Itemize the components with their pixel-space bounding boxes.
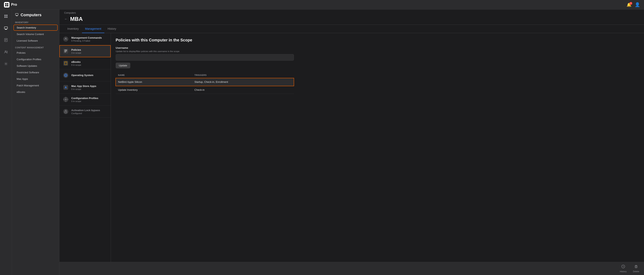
- management-commands-text: Management Commands 0 Pending, 0 Failed: [71, 36, 108, 42]
- configuration-profiles-sub: 0 in scope: [71, 100, 108, 102]
- list-item-management-commands[interactable]: Management Commands 0 Pending, 0 Failed: [60, 33, 111, 45]
- tab-history[interactable]: History: [104, 25, 120, 33]
- list-item-activation-lock-bypass[interactable]: Activation Lock bypass Configured: [60, 106, 111, 118]
- svg-rect-0: [5, 3, 6, 5]
- page-title: MBA: [70, 16, 83, 22]
- activation-lock-icon: [62, 108, 69, 115]
- sidebar-item-computers[interactable]: [2, 25, 10, 32]
- mac-app-store-icon: A: [62, 84, 69, 91]
- svg-point-16: [5, 63, 6, 64]
- main-layout: Computers Inventory Search Inventory Sea…: [0, 10, 644, 275]
- configuration-profiles-text: Configuration Profiles 0 in scope: [71, 97, 108, 102]
- svg-text:A: A: [65, 86, 67, 89]
- tabs-bar: Inventory Management History: [60, 25, 644, 33]
- sidebar-item-search-volume-content[interactable]: Search Volume Content: [14, 31, 58, 37]
- sidebar-item-ebooks[interactable]: eBooks: [14, 89, 58, 95]
- column-name: NAME: [116, 72, 192, 78]
- section-label-inventory: Inventory: [12, 19, 59, 24]
- activation-lock-name: Activation Lock bypass: [71, 109, 108, 112]
- svg-rect-8: [4, 27, 8, 29]
- secondary-sidebar: Computers Inventory Search Inventory Sea…: [12, 10, 60, 275]
- sidebar-item-search-inventory[interactable]: Search Inventory: [14, 25, 58, 31]
- management-commands-icon: [62, 36, 69, 42]
- delete-action[interactable]: Delete: [633, 264, 639, 272]
- table-row[interactable]: Update Inventory Check-in: [116, 86, 294, 94]
- history-label: History: [620, 270, 626, 272]
- sidebar-item-licensed-software[interactable]: Licensed Software: [14, 38, 58, 44]
- policies-name: Policies: [71, 48, 108, 51]
- configuration-profiles-name: Configuration Profiles: [71, 97, 108, 100]
- page-header: ← MBA: [60, 15, 644, 25]
- sidebar-item-mac-apps[interactable]: Mac Apps: [14, 76, 58, 82]
- policies-text: Policies 3 in scope: [71, 48, 108, 54]
- svg-rect-23: [64, 50, 67, 50]
- activation-lock-text: Activation Lock bypass Configured: [71, 109, 108, 115]
- management-commands-sub: 0 Pending, 0 Failed: [71, 40, 108, 42]
- list-item-policies[interactable]: Policies 3 in scope: [60, 45, 111, 57]
- secondary-sidebar-title: Computers: [20, 13, 42, 17]
- ebooks-icon: [62, 60, 69, 66]
- row-name-1: NetBird Apple Silicon: [116, 78, 192, 86]
- sidebar-item-reports[interactable]: [2, 37, 10, 44]
- sidebar-item-patch-management[interactable]: Patch Management: [14, 82, 58, 89]
- svg-rect-1: [7, 3, 8, 5]
- delete-icon: [634, 264, 638, 269]
- policies-table: NAME TRIGGERS NetBird Apple Silicon Star…: [116, 72, 294, 94]
- list-panel: Management Commands 0 Pending, 0 Failed: [60, 33, 111, 262]
- username-section: Username Update list to display/filter p…: [116, 46, 639, 68]
- sidebar-item-restricted-software[interactable]: Restricted Software: [14, 69, 58, 76]
- svg-point-15: [5, 51, 6, 52]
- secondary-sidebar-header: Computers: [12, 10, 59, 19]
- svg-rect-4: [4, 15, 6, 16]
- svg-rect-7: [6, 17, 8, 18]
- list-item-ebooks[interactable]: eBooks 0 in scope: [60, 57, 111, 69]
- svg-rect-2: [5, 5, 6, 6]
- icon-sidebar: [0, 10, 12, 275]
- svg-rect-6: [4, 17, 6, 18]
- username-label: Username: [116, 46, 639, 49]
- content-area: Computers ← MBA Inventory Management His…: [60, 10, 644, 275]
- sidebar-item-policies[interactable]: Policies: [14, 50, 58, 56]
- sidebar-item-software-updates[interactable]: Software Updates: [14, 63, 58, 69]
- mac-app-store-name: Mac App Store Apps: [71, 85, 108, 88]
- table-row[interactable]: NetBird Apple Silicon Startup, Check-in,…: [116, 78, 294, 86]
- sidebar-item-configuration-profiles[interactable]: Configuration Profiles: [14, 56, 58, 62]
- operating-system-name: Operating System: [71, 74, 108, 77]
- sidebar-item-users[interactable]: [2, 48, 10, 56]
- ebooks-text: eBooks 0 in scope: [71, 60, 108, 66]
- tab-inventory[interactable]: Inventory: [64, 25, 82, 33]
- history-action[interactable]: History: [620, 264, 626, 272]
- mac-app-store-sub: 0 in scope: [71, 88, 108, 90]
- management-commands-name: Management Commands: [71, 36, 108, 39]
- operating-system-icon: [62, 72, 69, 79]
- svg-rect-5: [6, 15, 8, 16]
- username-sublabel: Update list to display/filter policies w…: [116, 50, 639, 53]
- svg-rect-25: [64, 52, 66, 52]
- ebooks-name: eBooks: [71, 60, 108, 63]
- mac-app-store-text: Mac App Store Apps 0 in scope: [71, 85, 108, 90]
- detail-title: Policies with this Computer in the Scope: [116, 38, 639, 42]
- section-label-content-management: Content Management: [12, 44, 59, 50]
- detail-panel: Policies with this Computer in the Scope…: [111, 33, 644, 262]
- svg-rect-17: [16, 13, 18, 15]
- back-button[interactable]: ←: [64, 17, 68, 21]
- tab-management[interactable]: Management: [82, 25, 104, 33]
- username-input[interactable]: [116, 54, 294, 61]
- delete-label: Delete: [633, 270, 639, 272]
- app-name: Pro: [11, 3, 17, 7]
- list-item-configuration-profiles[interactable]: Configuration Profiles 0 in scope: [60, 94, 111, 106]
- row-triggers-1: Startup, Check-in, Enrollment: [192, 78, 294, 86]
- notifications-button[interactable]: 🔔 1: [626, 3, 632, 7]
- row-name-2: Update Inventory: [116, 86, 192, 94]
- list-item-operating-system[interactable]: Operating System: [60, 69, 111, 81]
- update-button[interactable]: Update: [116, 63, 130, 68]
- list-item-mac-app-store-apps[interactable]: A Mac App Store Apps 0 in scope: [60, 81, 111, 94]
- configuration-profiles-icon: [62, 96, 69, 103]
- sidebar-item-dashboard[interactable]: [2, 13, 10, 20]
- breadcrumb: Computers: [60, 10, 644, 15]
- ebooks-sub: 0 in scope: [71, 64, 108, 66]
- policies-icon: [62, 48, 69, 54]
- svg-point-37: [63, 109, 68, 114]
- sidebar-item-settings[interactable]: [2, 60, 10, 67]
- user-profile-button[interactable]: 👤: [635, 2, 640, 7]
